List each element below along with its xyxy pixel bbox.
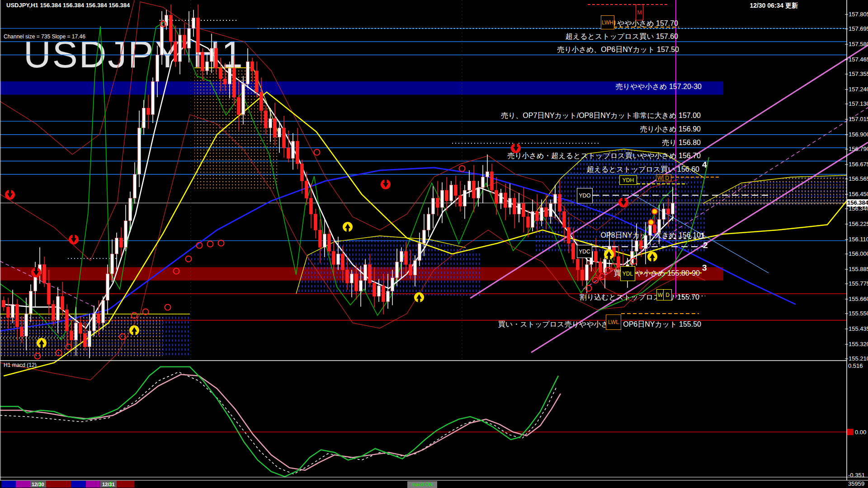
price-tick: 156.900	[849, 131, 868, 138]
level-tag-d: D	[663, 289, 672, 300]
level-tag-d: D	[663, 174, 671, 181]
level-annotation: 買い・ストップロス売りやや小さめ、OP6日NYカット 155.50	[498, 320, 701, 329]
channel-info: Channel size = 735 Slope = 17.46	[4, 33, 85, 40]
price-tick: 157.130	[849, 100, 868, 108]
bar-counter: 35959	[848, 480, 864, 487]
level-annotation: 超えるとストップロス買い 157.60	[566, 32, 678, 41]
price-tick: 156.790	[849, 145, 868, 153]
level-annotation: 超えるとストップロス買い 156.60	[587, 165, 699, 174]
level-annotation: 売りやや小さめ 157.20-30	[616, 82, 702, 91]
price-tick: 155.435	[849, 325, 868, 333]
timeline-date: 12/31	[102, 482, 115, 487]
level-tag-m: M	[636, 5, 643, 20]
price-tick: 155.660	[849, 296, 868, 303]
price-tick: 155.775	[849, 280, 868, 287]
price-tick: 155.210	[849, 355, 868, 362]
symbol-info: USDJPY,H1 156.384 156.384 156.384 156.38…	[6, 2, 130, 9]
level-annotation: 売り小さめ、OP6日NYカット 157.50	[557, 45, 679, 54]
macd-axis-bottom: -0.351	[848, 472, 865, 479]
current-price-tag: 156.384	[847, 199, 868, 206]
price-tick: 155.550	[849, 310, 868, 317]
macd-on-button[interactable]: macd ON	[407, 481, 437, 488]
price-tick: 155.885	[849, 266, 868, 273]
price-tick: 157.355	[849, 70, 868, 78]
price-tick: 157.015	[849, 116, 868, 123]
price-tick: 155.320	[849, 341, 868, 348]
macd-indicator-label: H1 macd (12)	[4, 362, 37, 368]
price-tick: 157.580	[849, 41, 868, 48]
level-annotation: OP8日NYカット大きめ 156.10	[601, 231, 701, 240]
level-tag-ydh: YDH	[619, 175, 637, 185]
price-tick: 157.695	[849, 25, 868, 33]
wave-number-3: 3	[702, 263, 707, 273]
level-annotation: 割り込むとストップロス売り 155.70	[580, 293, 699, 302]
price-tick: 157.240	[849, 86, 868, 93]
price-tick: 156.225	[849, 221, 868, 228]
level-annotation: 売り、OP7日NYカット/OP8日NYカット非常に大きめ 157.00	[501, 111, 701, 120]
wave-number-4: 4	[702, 160, 707, 170]
level-annotation: 売り小さめ 156.90	[640, 125, 701, 134]
price-tick: 156.110	[849, 236, 868, 243]
macd-axis-top: 0.516	[848, 362, 863, 370]
updated-timestamp: 12/30 06:34 更新	[750, 2, 798, 10]
price-tick: 156.565	[849, 175, 868, 183]
price-tick: 156.450	[849, 191, 868, 198]
level-tag-lwh: LWH	[601, 15, 614, 29]
price-tick: 157.805	[849, 11, 868, 18]
level-tag-ydc: YDC	[577, 245, 592, 258]
level-tag-ydl: YDL	[620, 266, 635, 281]
level-annotation: 売り小さめ・超えるとストップロス買いやや小さめ 156.70	[507, 151, 701, 160]
wave-number-1: 1	[700, 231, 705, 241]
mt4-chart-window: USDJPY H1 USDJPY,H1 156.384 156.384 156.…	[0, 0, 868, 488]
price-tick: 156.675	[849, 161, 868, 168]
macd-axis-zero: 0.00	[855, 429, 866, 436]
level-tag-ydo: YDO	[577, 188, 593, 203]
level-annotation: 売り 156.80	[662, 138, 701, 147]
price-tick: 157.465	[849, 56, 868, 63]
price-tick: 156.000	[849, 250, 868, 258]
chart-area[interactable]	[0, 0, 847, 361]
level-tag-lwl: LWL	[606, 314, 621, 330]
timeline-date: 12/30	[32, 482, 44, 487]
wave-number-2: 2	[703, 240, 708, 250]
